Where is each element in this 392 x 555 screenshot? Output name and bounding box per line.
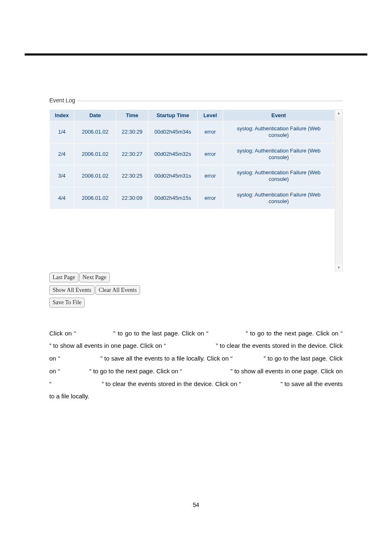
- col-time: Time: [116, 110, 148, 121]
- cell-index: 4/4: [50, 187, 74, 209]
- event-log-table: Index Date Time Startup Time Level Event…: [49, 109, 335, 271]
- cell-level: error: [198, 187, 223, 209]
- cell-index: 3/4: [50, 165, 74, 187]
- cell-time: 22:30:27: [116, 143, 148, 165]
- cell-level: error: [198, 121, 223, 143]
- save-to-file-button[interactable]: Save To File: [49, 298, 85, 308]
- table-scrollbar[interactable]: ▲ ▼: [335, 109, 343, 271]
- col-level: Level: [198, 110, 223, 121]
- cell-level: error: [198, 143, 223, 165]
- cell-event: syslog: Authentication Failure (Web cons…: [223, 187, 335, 209]
- header-divider: [25, 53, 367, 56]
- cell-index: 1/4: [50, 121, 74, 143]
- clear-all-events-button[interactable]: Clear All Events: [95, 285, 140, 295]
- scroll-up-icon[interactable]: ▲: [335, 110, 343, 116]
- table-row: 4/4 2006.01.02 22:30:09 00d02h45m15s err…: [50, 187, 335, 209]
- event-log-legend: Event Log: [49, 97, 78, 104]
- scroll-down-icon[interactable]: ▼: [335, 264, 343, 271]
- description-paragraph: Click on “ ” to go to the last page. Cli…: [49, 327, 343, 403]
- cell-event: syslog: Authentication Failure (Web cons…: [223, 143, 335, 165]
- table-header-row: Index Date Time Startup Time Level Event: [50, 110, 335, 121]
- last-page-button[interactable]: Last Page: [49, 273, 78, 282]
- cell-date: 2006.01.02: [74, 121, 116, 143]
- cell-event: syslog: Authentication Failure (Web cons…: [223, 121, 335, 143]
- show-all-events-button[interactable]: Show All Events: [49, 285, 95, 295]
- cell-date: 2006.01.02: [74, 143, 116, 165]
- cell-startup: 00d02h45m31s: [148, 165, 198, 187]
- table-row: 3/4 2006.01.02 22:30:25 00d02h45m31s err…: [50, 165, 335, 187]
- table-spacer: [50, 209, 335, 271]
- cell-startup: 00d02h45m15s: [148, 187, 198, 209]
- cell-event: syslog: Authentication Failure (Web cons…: [223, 165, 335, 187]
- next-page-button[interactable]: Next Page: [79, 273, 110, 282]
- table-row: 1/4 2006.01.02 22:30:29 00d02h45m34s err…: [50, 121, 335, 143]
- table-row: 2/4 2006.01.02 22:30:27 00d02h45m32s err…: [50, 143, 335, 165]
- event-log-fieldset: Event Log Index Date Time Startup T: [49, 101, 343, 311]
- page-number: 54: [0, 502, 392, 508]
- cell-level: error: [198, 165, 223, 187]
- cell-startup: 00d02h45m34s: [148, 121, 198, 143]
- cell-date: 2006.01.02: [74, 165, 116, 187]
- col-startup: Startup Time: [148, 110, 198, 121]
- col-date: Date: [74, 110, 116, 121]
- cell-date: 2006.01.02: [74, 187, 116, 209]
- cell-time: 22:30:29: [116, 121, 148, 143]
- cell-index: 2/4: [50, 143, 74, 165]
- col-event: Event: [223, 110, 335, 121]
- cell-startup: 00d02h45m32s: [148, 143, 198, 165]
- cell-time: 22:30:25: [116, 165, 148, 187]
- col-index: Index: [50, 110, 74, 121]
- cell-time: 22:30:09: [116, 187, 148, 209]
